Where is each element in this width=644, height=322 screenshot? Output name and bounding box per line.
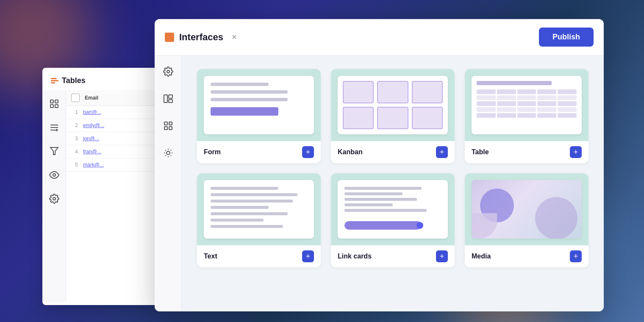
kanban-col-4 [343, 107, 374, 129]
svg-rect-17 [169, 122, 172, 125]
media-card-preview [465, 173, 588, 245]
table-row: 4 fran@... [66, 145, 169, 158]
table-row: 1 bart@... [66, 106, 169, 119]
svg-rect-2 [50, 105, 53, 108]
svg-point-20 [167, 151, 170, 155]
svg-rect-1 [55, 100, 58, 103]
svg-rect-13 [164, 95, 167, 103]
svg-rect-18 [164, 127, 167, 130]
modal-sidebar [155, 56, 182, 311]
kanban-preview-inner [338, 76, 448, 134]
text-line-5 [211, 212, 288, 215]
text-card-label: Text [204, 253, 217, 260]
kanban-col-5 [377, 107, 408, 129]
form-card-label: Form [204, 148, 221, 156]
form-submit-preview [211, 107, 278, 116]
table-card-label: Table [472, 148, 489, 156]
form-preview-inner [204, 76, 314, 134]
modal-close-button[interactable]: × [228, 31, 240, 44]
table-add-button[interactable]: + [570, 146, 582, 158]
link-cards-footer: Link cards + [331, 245, 455, 267]
text-preview-inner [204, 180, 314, 239]
svg-rect-15 [169, 100, 172, 103]
table-card[interactable]: Table + [465, 69, 588, 163]
text-card[interactable]: Text + [197, 173, 321, 267]
link-cards-add-button[interactable]: + [436, 250, 448, 262]
interfaces-modal: Interfaces × Publish [155, 19, 604, 311]
nav-add-row-icon[interactable] [47, 121, 61, 134]
modal-title-group: Interfaces × [165, 31, 240, 44]
form-line-1 [211, 83, 269, 86]
link-cards-card[interactable]: Link cards + [331, 173, 455, 267]
modal-content: Form + [182, 56, 604, 311]
table-header-preview [477, 81, 552, 85]
linkcard-preview-inner [338, 180, 448, 239]
kanban-col-1 [343, 81, 374, 103]
table-card-preview [465, 69, 588, 141]
kanban-col-2 [377, 81, 408, 103]
nav-settings-icon[interactable] [47, 192, 61, 205]
kanban-row-1 [343, 81, 443, 103]
modal-settings-icon[interactable] [161, 64, 176, 79]
kanban-card[interactable]: Kanban + [331, 69, 455, 163]
form-line-2 [211, 90, 288, 94]
text-add-button[interactable]: + [302, 250, 314, 262]
tables-panel: Tables [42, 68, 169, 305]
media-shape-corner [472, 213, 497, 239]
kanban-card-footer: Kanban + [331, 141, 455, 163]
media-card-footer: Media + [465, 245, 588, 267]
text-line-3 [211, 200, 293, 203]
select-all-checkbox[interactable] [71, 94, 80, 102]
text-card-preview [197, 173, 321, 245]
link-dot [416, 222, 423, 229]
nav-filter-icon[interactable] [47, 144, 61, 158]
tables-header: Tables [42, 68, 169, 90]
tables-sidebar: Email 1 bart@... 2 emily@... 3 jon@... 4… [42, 90, 169, 302]
svg-marker-9 [50, 147, 58, 155]
table-column-header: Email [66, 90, 169, 106]
kanban-row-2 [343, 107, 443, 129]
nav-view-icon[interactable] [47, 168, 61, 182]
modal-integrations-icon[interactable] [161, 118, 176, 133]
media-card-label: Media [472, 253, 491, 260]
table-row: 5 mark@... [66, 158, 169, 172]
tables-stacked-icon [51, 78, 58, 83]
publish-button[interactable]: Publish [539, 28, 594, 47]
nav-apps-icon[interactable] [47, 97, 61, 111]
text-line-4 [211, 206, 269, 209]
interface-cards-grid: Form + [197, 69, 588, 267]
modal-body: Form + [155, 56, 604, 311]
kanban-add-button[interactable]: + [436, 146, 448, 158]
modal-layouts-icon[interactable] [161, 91, 176, 106]
svg-point-11 [53, 197, 56, 200]
svg-rect-16 [164, 122, 167, 125]
table-card-footer: Table + [465, 141, 588, 163]
table-grid-preview [477, 89, 577, 118]
media-shape-blob [535, 197, 577, 239]
form-card[interactable]: Form + [197, 69, 321, 163]
modal-debug-icon[interactable] [161, 145, 176, 161]
email-column-header: Email [85, 95, 98, 101]
text-card-footer: Text + [197, 245, 321, 267]
svg-rect-3 [55, 105, 58, 108]
tables-content: Email 1 bart@... 2 emily@... 3 jon@... 4… [66, 90, 169, 302]
tables-title: Tables [62, 76, 86, 85]
form-line-3 [211, 98, 288, 101]
media-card[interactable]: Media + [465, 173, 588, 267]
link-text-lines [344, 187, 441, 212]
text-line-6 [211, 219, 264, 222]
link-button-preview [344, 221, 422, 230]
text-line-2 [211, 193, 297, 196]
modal-title: Interfaces [179, 32, 223, 43]
form-card-preview [197, 69, 321, 141]
media-preview-inner [472, 180, 582, 239]
link-cards-preview [331, 173, 455, 245]
media-add-button[interactable]: + [570, 250, 582, 262]
form-add-button[interactable]: + [302, 146, 314, 158]
form-card-footer: Form + [197, 141, 321, 163]
tables-left-nav [42, 90, 66, 302]
table-preview-inner [472, 76, 582, 134]
kanban-card-label: Kanban [338, 148, 363, 156]
tables-logo: Tables [51, 76, 86, 85]
kanban-col-6 [412, 107, 443, 129]
